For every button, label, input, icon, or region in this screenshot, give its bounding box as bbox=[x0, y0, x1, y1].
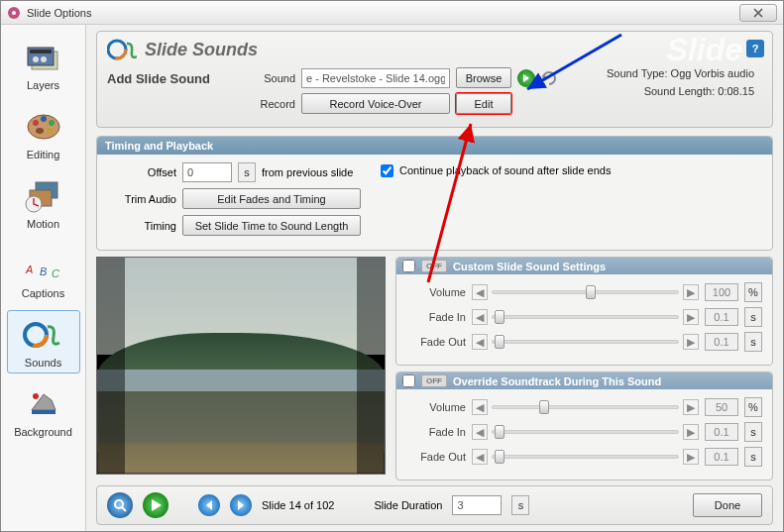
override-fadeout-slider[interactable] bbox=[492, 455, 679, 459]
timing-panel: Timing and Playback Offset s from previo… bbox=[96, 136, 773, 251]
sounds-logo-icon bbox=[107, 38, 137, 61]
record-label: Record bbox=[246, 98, 295, 110]
svg-text:C: C bbox=[52, 267, 59, 279]
sidebar-item-layers[interactable]: Layers bbox=[7, 33, 80, 96]
svg-point-22 bbox=[33, 393, 39, 399]
content-area: Slide ? Slide Sounds Add Slide Sound Sou… bbox=[86, 25, 783, 531]
sidebar-item-label: Layers bbox=[10, 79, 77, 91]
slider-left-icon[interactable]: ◀ bbox=[472, 309, 488, 325]
override-fadeout-label: Fade Out bbox=[406, 451, 466, 463]
svg-point-5 bbox=[33, 56, 39, 62]
timing-head: Timing and Playback bbox=[97, 137, 772, 155]
slider-left-icon[interactable]: ◀ bbox=[472, 449, 488, 465]
slider-left-icon[interactable]: ◀ bbox=[472, 334, 488, 350]
slider-right-icon[interactable]: ▶ bbox=[683, 334, 699, 350]
prev-slide-icon[interactable] bbox=[198, 494, 220, 516]
sidebar-item-label: Editing bbox=[10, 149, 77, 160]
override-toggle[interactable]: OFF bbox=[421, 374, 447, 387]
svg-rect-4 bbox=[30, 50, 52, 53]
override-volume-label: Volume bbox=[406, 401, 466, 413]
custom-fadeout-label: Fade Out bbox=[406, 336, 466, 348]
custom-volume-label: Volume bbox=[406, 286, 466, 298]
override-volume-value: 50 bbox=[705, 398, 738, 416]
set-slide-time-button[interactable]: Set Slide Time to Sound Length bbox=[182, 215, 361, 236]
svg-point-1 bbox=[12, 11, 16, 15]
sidebar-item-label: Captions bbox=[10, 287, 77, 299]
slide-duration-unit: s bbox=[511, 495, 529, 515]
custom-fadein-value: 0.1 bbox=[705, 308, 738, 326]
custom-fadein-slider[interactable] bbox=[492, 315, 679, 319]
svg-point-10 bbox=[49, 120, 55, 126]
svg-text:A: A bbox=[25, 264, 33, 275]
sound-length-value: 0:08.15 bbox=[718, 85, 754, 97]
svg-rect-21 bbox=[32, 410, 56, 414]
zoom-icon[interactable] bbox=[107, 492, 133, 518]
window-title: Slide Options bbox=[27, 7, 739, 19]
sidebar-item-label: Sounds bbox=[10, 357, 77, 369]
override-volume-slider[interactable] bbox=[492, 405, 679, 409]
editing-icon bbox=[20, 107, 67, 147]
custom-volume-unit: % bbox=[744, 282, 762, 302]
continue-playback-label: Continue playback of sound after slide e… bbox=[399, 164, 611, 176]
sidebar-item-motion[interactable]: Motion bbox=[7, 171, 80, 235]
svg-point-25 bbox=[115, 500, 123, 508]
play-icon[interactable] bbox=[143, 492, 168, 518]
custom-fadeout-slider[interactable] bbox=[492, 340, 679, 344]
app-icon bbox=[7, 6, 21, 20]
footer: Slide 14 of 102 Slide Duration s Done bbox=[96, 485, 773, 525]
done-button[interactable]: Done bbox=[693, 493, 762, 517]
sound-length-label: Sound Length: bbox=[644, 85, 716, 97]
slider-left-icon[interactable]: ◀ bbox=[472, 284, 488, 300]
sidebar-item-editing[interactable]: Editing bbox=[7, 102, 80, 165]
override-fadein-slider[interactable] bbox=[492, 430, 679, 434]
slide-position: Slide 14 of 102 bbox=[262, 499, 334, 511]
page-title: Slide Sounds bbox=[145, 40, 258, 60]
svg-point-9 bbox=[41, 116, 47, 122]
custom-sound-toggle[interactable]: OFF bbox=[421, 260, 447, 272]
slider-right-icon[interactable]: ▶ bbox=[683, 284, 699, 300]
layers-icon bbox=[20, 38, 67, 77]
slider-left-icon[interactable]: ◀ bbox=[472, 424, 488, 440]
offset-input[interactable] bbox=[182, 162, 232, 182]
custom-sound-head: Custom Slide Sound Settings bbox=[453, 261, 606, 272]
override-fadeout-value: 0.1 bbox=[705, 448, 738, 466]
custom-volume-slider[interactable] bbox=[492, 290, 679, 294]
edit-fades-button[interactable]: Edit Fades and Timing bbox=[182, 188, 361, 209]
svg-point-12 bbox=[36, 128, 44, 134]
override-enable-checkbox[interactable] bbox=[402, 374, 415, 387]
slide-duration-label: Slide Duration bbox=[374, 499, 442, 511]
slider-left-icon[interactable]: ◀ bbox=[472, 399, 488, 415]
section-label: Add Slide Sound bbox=[107, 67, 236, 119]
svg-point-8 bbox=[33, 120, 39, 126]
play-sound-icon[interactable] bbox=[517, 69, 535, 87]
captions-icon: ABC bbox=[20, 246, 67, 285]
continue-playback-checkbox[interactable] bbox=[381, 164, 393, 177]
next-slide-icon[interactable] bbox=[230, 494, 252, 516]
edit-button[interactable]: Edit bbox=[456, 93, 511, 114]
slider-right-icon[interactable]: ▶ bbox=[683, 424, 699, 440]
slider-right-icon[interactable]: ▶ bbox=[683, 399, 699, 415]
close-button[interactable] bbox=[739, 4, 777, 22]
sidebar-item-label: Background bbox=[10, 426, 77, 438]
override-fadeout-unit: s bbox=[744, 447, 762, 467]
slide-duration-input[interactable] bbox=[452, 495, 502, 515]
loop-icon[interactable] bbox=[541, 70, 557, 86]
slide-watermark: Slide bbox=[667, 32, 742, 68]
sound-label: Sound bbox=[246, 72, 295, 84]
slider-right-icon[interactable]: ▶ bbox=[683, 449, 699, 465]
slider-right-icon[interactable]: ▶ bbox=[683, 309, 699, 325]
sidebar-item-background[interactable]: Background bbox=[7, 379, 80, 443]
sidebar-item-captions[interactable]: ABC Captions bbox=[7, 241, 80, 304]
custom-sound-enable-checkbox[interactable] bbox=[402, 260, 415, 272]
offset-label: Offset bbox=[107, 166, 176, 178]
custom-fadeout-value: 0.1 bbox=[705, 333, 738, 351]
titlebar: Slide Options bbox=[1, 1, 783, 25]
sidebar: Layers Editing Motion ABC Captions bbox=[1, 25, 86, 531]
svg-point-6 bbox=[41, 56, 47, 62]
browse-button[interactable]: Browse bbox=[456, 67, 511, 88]
sidebar-item-label: Motion bbox=[10, 218, 77, 230]
sound-file-input[interactable] bbox=[301, 68, 450, 88]
help-button[interactable]: ? bbox=[746, 40, 764, 57]
record-voiceover-button[interactable]: Record Voice-Over bbox=[301, 93, 450, 114]
sidebar-item-sounds[interactable]: Sounds bbox=[7, 310, 80, 373]
